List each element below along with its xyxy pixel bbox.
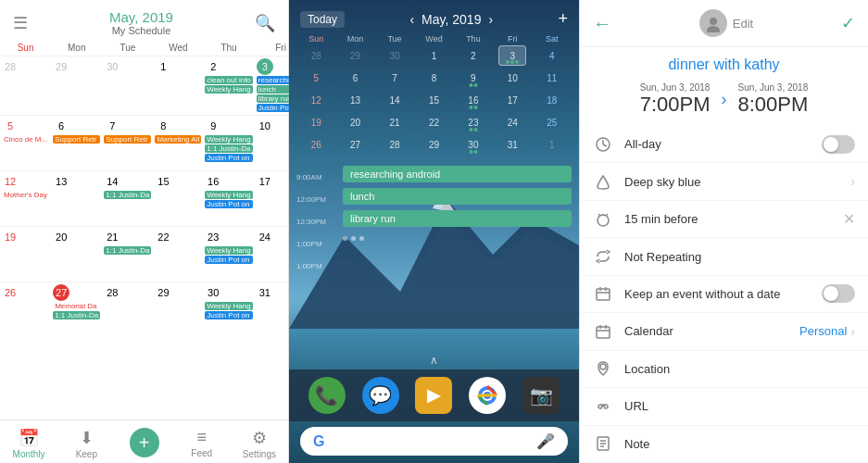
event-block[interactable]: lunch [343, 188, 572, 206]
phone-cal-week-1: 28 29 30 1 2 3 4 [296, 45, 572, 66]
url-row[interactable]: URL [580, 388, 868, 425]
phone-day[interactable]: 17 [498, 90, 526, 110]
today-button[interactable]: Today [300, 11, 345, 28]
back-button[interactable]: ← [593, 13, 611, 34]
allday-toggle[interactable] [822, 135, 855, 154]
calendar-day[interactable]: 8 Marketing All [153, 116, 203, 171]
phone-day[interactable]: 21 [381, 112, 409, 132]
calendar-day[interactable]: 12 Mother's Day [0, 171, 51, 227]
dock-messages-icon[interactable]: 💬 [362, 377, 399, 414]
calendar-day[interactable]: 28 [102, 282, 153, 338]
location-row[interactable]: Location [580, 351, 868, 388]
phone-day[interactable]: 7 [381, 68, 409, 88]
edit-button[interactable]: Edit [733, 17, 753, 31]
add-event-button[interactable]: + [130, 428, 159, 457]
nodate-label: Keep an event without a date [624, 287, 822, 301]
collapse-section[interactable]: ∧ [289, 349, 579, 369]
google-search-bar[interactable]: G 🎤 [300, 427, 568, 456]
phone-day[interactable]: 4 [538, 45, 566, 66]
calendar-day[interactable]: 9 Weekly Hang 1:1 Justin-Da Justin Pot o… [203, 116, 255, 171]
phone-day[interactable]: 22 [420, 112, 447, 132]
phone-day[interactable]: 11 [538, 68, 566, 88]
phone-day[interactable]: 27 [342, 134, 370, 155]
calendar-day[interactable]: 21 1:1 Justin-Da [102, 227, 153, 282]
phone-day[interactable]: 18 [538, 90, 566, 110]
phone-day[interactable]: 19 [302, 112, 330, 132]
phone-day[interactable]: 15 [420, 90, 447, 110]
calendar-day[interactable]: 14 1:1 Justin-Da [102, 171, 153, 227]
event-block[interactable]: researching android [343, 166, 572, 184]
event-block[interactable]: library run [343, 210, 572, 227]
calendar-day[interactable]: 29 [153, 282, 203, 338]
calendar-day[interactable]: 7 Support Retr [102, 116, 153, 171]
phone-day[interactable]: 9 [459, 68, 487, 88]
dock-plex-icon[interactable]: ▶ [415, 377, 452, 414]
phone-day[interactable]: 28 [302, 45, 330, 66]
dock-camera-icon[interactable]: 📷 [522, 377, 560, 414]
next-month-button[interactable]: › [488, 12, 493, 27]
nav-monthly[interactable]: 📅 Monthly [0, 426, 57, 461]
phone-day[interactable]: 31 [498, 134, 526, 155]
nav-settings[interactable]: ⚙ Settings [231, 426, 288, 461]
calendar-day[interactable]: 5 Cinco de M... [0, 116, 51, 171]
phone-day[interactable]: 23 [459, 112, 487, 132]
google-mic-icon[interactable]: 🎤 [536, 432, 555, 450]
phone-today[interactable]: 3 [498, 45, 526, 66]
calendar-row[interactable]: Calendar Personal › [580, 313, 868, 350]
phone-day[interactable]: 28 [381, 134, 409, 155]
calendar-day[interactable]: 15 [153, 171, 203, 227]
nav-add[interactable]: + [115, 426, 172, 461]
calendar-day[interactable]: 13 [51, 171, 102, 227]
confirm-button[interactable]: ✓ [841, 13, 855, 33]
nav-keep[interactable]: ⬇ Keep [57, 426, 115, 461]
phone-day[interactable]: 26 [302, 134, 330, 155]
calendar-day[interactable]: 27 Memorial Da 1:1 Justin-Da [51, 282, 102, 338]
prev-month-button[interactable]: ‹ [409, 12, 414, 27]
note-row[interactable]: Note [580, 426, 868, 463]
dock-chrome-icon[interactable] [469, 377, 506, 414]
alarm-remove-icon[interactable]: ✕ [843, 210, 855, 228]
calendar-label: Calendar [624, 324, 799, 338]
nodate-toggle[interactable] [822, 284, 855, 303]
phone-day[interactable]: 8 [420, 68, 447, 88]
phone-day[interactable]: 12 [302, 90, 330, 110]
calendar-day[interactable]: 30 Weekly Hang Justin Pot on [203, 282, 255, 338]
search-icon[interactable]: 🔍 [255, 13, 275, 33]
nav-feed[interactable]: ≡ Feed [173, 426, 231, 461]
color-row[interactable]: Deep sky blue › [580, 163, 868, 200]
phone-day[interactable]: 13 [342, 90, 370, 110]
calendar-day[interactable]: 23 Weekly Hang Justin Pot on [203, 227, 255, 282]
phone-day[interactable]: 30 [381, 45, 409, 66]
calendar-day[interactable]: 1 [153, 56, 203, 116]
phone-day[interactable]: 1 [420, 45, 447, 66]
calendar-day[interactable]: 26 [0, 282, 51, 338]
calendar-day[interactable]: 2 clean out info Weekly Hang [203, 56, 255, 116]
calendar-day[interactable]: 22 [153, 227, 203, 282]
phone-day[interactable]: 2 [459, 45, 487, 66]
phone-day[interactable]: 25 [538, 112, 566, 132]
phone-day[interactable]: 30 [459, 134, 487, 155]
phone-day[interactable]: 16 [459, 90, 487, 110]
repeat-icon [593, 246, 613, 267]
phone-day[interactable]: 20 [342, 112, 370, 132]
phone-day[interactable]: 1 [538, 134, 566, 155]
repeat-row[interactable]: Not Repeating [580, 238, 868, 275]
nav-keep-label: Keep [76, 449, 97, 459]
phone-day[interactable]: 6 [342, 68, 370, 88]
calendar-day[interactable]: 28 [0, 56, 51, 116]
phone-day[interactable]: 29 [342, 45, 370, 66]
phone-day[interactable]: 29 [420, 134, 447, 155]
hamburger-icon[interactable]: ☰ [13, 13, 28, 33]
phone-day[interactable]: 14 [381, 90, 409, 110]
add-event-icon[interactable]: + [558, 9, 568, 29]
calendar-day[interactable]: 29 [51, 56, 102, 116]
phone-day[interactable]: 10 [498, 68, 526, 88]
phone-day[interactable]: 5 [302, 68, 330, 88]
calendar-day[interactable]: 16 Weekly Hang Justin Pot on [203, 171, 255, 227]
calendar-day[interactable]: 30 [102, 56, 153, 116]
calendar-day[interactable]: 20 [51, 227, 102, 282]
phone-day[interactable]: 24 [498, 112, 526, 132]
calendar-day[interactable]: 6 Support Retr [51, 116, 102, 171]
calendar-day[interactable]: 19 [0, 227, 51, 282]
dock-phone-icon[interactable]: 📞 [308, 377, 346, 414]
